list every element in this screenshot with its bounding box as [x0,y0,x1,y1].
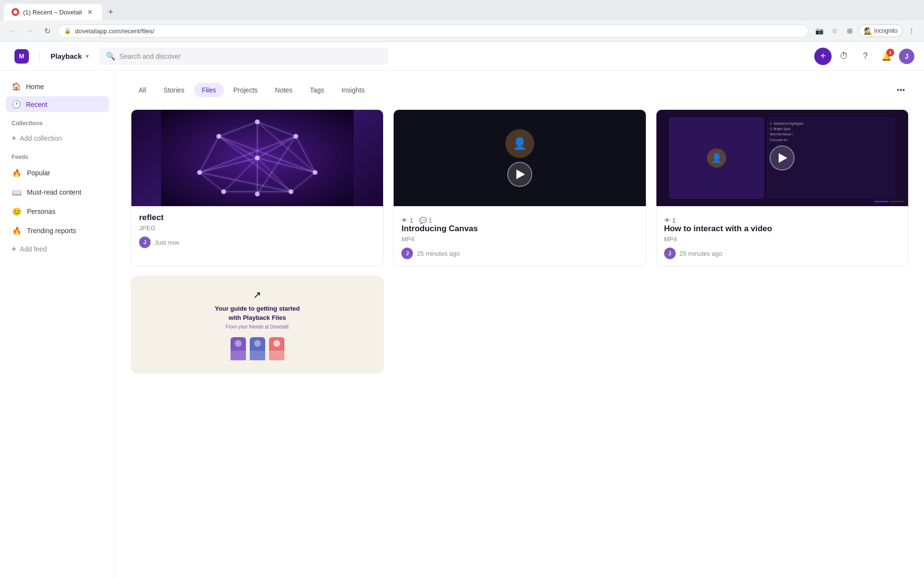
interact-views: 👁 1 [664,217,676,224]
guide-illustration [231,337,284,360]
popular-icon: 🔥 [12,168,22,178]
card-canvas[interactable]: 👤 👁 1 💬 1 [393,109,646,266]
canvas-play-button[interactable] [507,162,532,187]
app-bar-actions: + ⏱ ? 🔔 1 J [814,48,914,65]
svg-point-29 [217,134,221,139]
guide-person-1 [231,337,246,360]
plus-icon-feeds: + [12,245,16,253]
reflect-file-type: JPEG [139,224,375,232]
interact-controls [874,201,904,202]
history-button[interactable]: ⏱ [835,48,853,65]
reflect-thumbnail [131,110,383,206]
tab-close-button[interactable]: ✕ [86,8,94,16]
canvas-avatar: J [401,248,413,259]
active-tab[interactable]: (1) Recent – Dovetail ✕ [4,4,102,20]
interact-views-count: 1 [672,217,676,224]
must-read-label: Must-read content [27,188,81,196]
add-collection-button[interactable]: + Add collection [6,131,109,146]
reflect-card-body: reflect JPEG J Just now [131,206,383,255]
card-guide[interactable]: ↗ Your guide to getting startedwith Play… [131,276,384,373]
interact-play-button[interactable] [770,145,795,171]
guide-thumbnail: ↗ Your guide to getting startedwith Play… [131,276,383,373]
tab-insights[interactable]: Insights [334,83,372,97]
add-button[interactable]: + [814,48,832,65]
sidebar-item-recent[interactable]: 🕐 Recent [6,96,109,112]
help-button[interactable]: ? [857,48,874,65]
sidebar-item-home[interactable]: 🏠 Home [6,79,109,94]
canvas-card-body: 👁 1 💬 1 Introducing Canvas MP4 J [394,206,645,266]
interact-meta-row: 👁 1 [664,217,900,224]
star-icon[interactable]: ☆ [828,24,841,38]
svg-point-30 [255,192,260,197]
incognito-button[interactable]: 🕵 Incognito [859,25,903,37]
add-feed-button[interactable]: + Add feed [6,241,109,257]
canvas-footer: J 25 minutes ago [401,248,638,259]
interact-avatar-footer: J [664,248,676,259]
workspace-icon: M [14,49,29,64]
new-tab-button[interactable]: + [104,5,117,19]
guide-person-3 [269,337,284,360]
guide-title-text: Your guide to getting startedwith Playba… [215,304,300,322]
svg-point-23 [255,119,260,124]
tab-projects[interactable]: Projects [226,83,266,97]
tab-notes[interactable]: Notes [267,83,300,97]
tab-files[interactable]: Files [194,83,224,97]
reflect-title: reflect [139,213,375,223]
tab-stories[interactable]: Stories [156,83,192,97]
more-icon: ••• [897,86,905,94]
notifications-button[interactable]: 🔔 1 [878,48,895,65]
home-icon: 🏠 [12,82,21,91]
search-bar[interactable]: 🔍 Search and discover [99,48,388,65]
feeds-header: Feeds [6,148,109,162]
cards-grid: reflect JPEG J Just now 👤 [131,109,909,373]
canvas-thumb-bg: 👤 [394,110,645,206]
product-name-label: Playback [51,52,82,60]
tab-all[interactable]: All [131,83,154,97]
comments-count: 1 [429,217,432,224]
workspace-button[interactable]: M [10,46,34,66]
main-content: 🏠 Home 🕐 Recent Collections + Add collec… [0,71,924,578]
sidebar-toggle-icon[interactable]: ⊞ [843,24,857,38]
svg-point-27 [221,189,226,194]
app-bar: M Playback ▾ 🔍 Search and discover + ⏱ ?… [0,42,924,71]
dropdown-icon: ▾ [86,53,89,60]
back-button[interactable]: ← [6,24,19,38]
plus-icon-collections: + [12,134,16,143]
interact-left-panel: 👤 [669,117,764,199]
address-bar[interactable]: 🔒 dovetailapp.com/recent/files/ [58,25,808,38]
guide-subtitle: From your friends at Dovetail! [226,324,289,329]
must-read-icon: 📖 [12,187,22,197]
lock-icon: 🔒 [64,27,71,34]
canvas-title: Introducing Canvas [401,224,638,234]
sidebar: 🏠 Home 🕐 Recent Collections + Add collec… [0,71,116,578]
menu-icon[interactable]: ⋮ [905,24,918,38]
notification-badge: 1 [886,49,894,56]
app: M Playback ▾ 🔍 Search and discover + ⏱ ?… [0,42,924,578]
forward-button[interactable]: → [23,24,37,38]
product-name-button[interactable]: Playback ▾ [46,49,93,63]
tab-title: (1) Recent – Dovetail [23,9,82,16]
sidebar-item-personas[interactable]: 😊 Personas [6,203,109,220]
card-reflect[interactable]: reflect JPEG J Just now [131,109,384,266]
guide-content: ↗ Your guide to getting startedwith Play… [139,289,375,360]
avatar[interactable]: J [899,49,914,64]
refresh-button[interactable]: ↻ [40,24,54,38]
app-bar-divider [39,51,40,62]
more-options-button[interactable]: ••• [893,82,909,98]
browser-nav: ← → ↻ 🔒 dovetailapp.com/recent/files/ 📷 … [0,20,924,41]
interact-time: 25 minutes ago [680,250,722,257]
sidebar-item-trending[interactable]: 🔥 Trending reports [6,222,109,239]
sidebar-item-popular[interactable]: 🔥 Popular [6,164,109,182]
card-interact[interactable]: 👤 1. Weekend Highlights 2. Bright Spot, … [656,109,909,266]
sidebar-item-must-read[interactable]: 📖 Must-read content [6,184,109,201]
interact-thumbnail: 👤 1. Weekend Highlights 2. Bright Spot, … [656,110,908,206]
tab-tags[interactable]: Tags [302,83,332,97]
canvas-views: 👁 1 [401,217,413,224]
help-icon: ? [863,51,868,61]
camera-off-icon[interactable]: 📷 [812,24,826,38]
svg-point-28 [197,170,202,175]
eye-icon: 👁 [401,217,408,224]
personas-label: Personas [27,208,55,215]
interact-text: 1. Weekend Highlights 2. Bright Spot, Wo… [770,121,892,143]
reflect-footer: J Just now [139,236,375,248]
